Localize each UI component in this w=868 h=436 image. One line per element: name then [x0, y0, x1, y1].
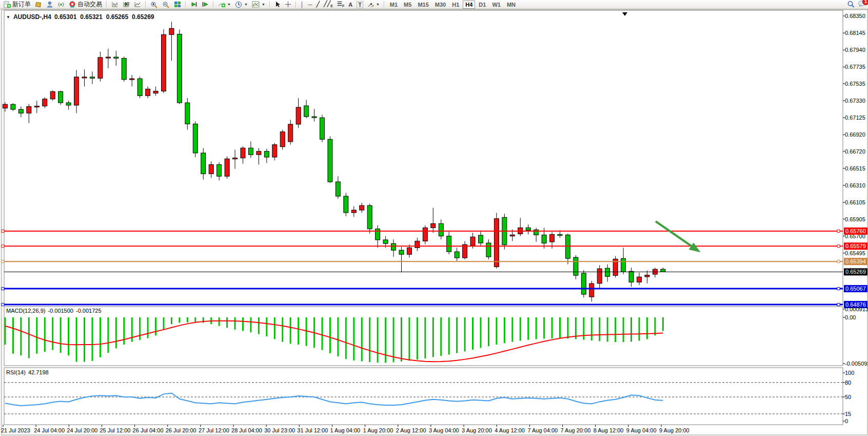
- candle-body: [280, 132, 285, 147]
- candle-body: [153, 91, 158, 93]
- candle-body: [550, 234, 555, 242]
- new-order-button[interactable]: 新订单: [2, 1, 32, 9]
- autotrading-button[interactable]: 自动交易: [67, 1, 104, 9]
- candle-body: [98, 58, 103, 78]
- rsi-panel[interactable]: [4, 368, 843, 425]
- candle-body: [130, 79, 134, 80]
- tab-timeframe-m1[interactable]: M1: [387, 1, 400, 9]
- line-handle[interactable]: [2, 260, 4, 263]
- chart-shift-button[interactable]: [200, 1, 210, 9]
- candle-body: [447, 236, 451, 252]
- channel-tool-button[interactable]: ╱╱E: [322, 1, 334, 9]
- svg-text:0.66515: 0.66515: [845, 165, 865, 172]
- trendline-tool-button[interactable]: ╱: [314, 1, 321, 9]
- line-handle[interactable]: [2, 230, 4, 232]
- search-icon[interactable]: [847, 1, 855, 8]
- candle-body: [3, 104, 8, 108]
- svg-text:50: 50: [845, 394, 851, 400]
- toolbar-separator: [269, 1, 270, 8]
- candle-body: [344, 196, 348, 213]
- crosshair-tool-button[interactable]: [283, 1, 293, 9]
- candlestick-chart-button[interactable]: [121, 1, 131, 9]
- zoom-out-button[interactable]: [161, 1, 171, 9]
- price-axis[interactable]: 0.683500.681450.679400.677350.675350.673…: [843, 13, 865, 256]
- tab-timeframe-h4[interactable]: H4: [463, 1, 475, 9]
- candle-body: [391, 243, 396, 250]
- horizontal-line-icon: ─: [308, 2, 312, 8]
- candle-body: [486, 243, 491, 257]
- arrow-objects-icon: [367, 2, 374, 8]
- fibonacci-tool-button[interactable]: ☰F: [336, 1, 346, 9]
- toolbar-separator: [213, 1, 214, 8]
- tab-timeframe-w1[interactable]: W1: [489, 1, 503, 9]
- cursor-tool-button[interactable]: [273, 1, 282, 9]
- svg-text:0.65067: 0.65067: [845, 286, 866, 292]
- tab-timeframe-mn[interactable]: MN: [504, 1, 518, 9]
- tab-timeframe-d1[interactable]: D1: [476, 1, 488, 9]
- line-handle[interactable]: [2, 303, 4, 306]
- bar-chart-button[interactable]: [110, 1, 120, 9]
- macd-signal-value: -0.001725: [76, 308, 102, 314]
- svg-text:0.65495: 0.65495: [845, 250, 865, 256]
- tile-windows-button[interactable]: [172, 1, 183, 9]
- tab-timeframe-m30[interactable]: M30: [432, 1, 448, 9]
- candle-body: [542, 235, 546, 243]
- zoom-in-button[interactable]: [149, 1, 160, 9]
- signals-button[interactable]: [56, 1, 66, 9]
- svg-text:0.65269: 0.65269: [845, 269, 866, 275]
- chevron-down-icon[interactable]: ▼: [6, 15, 10, 20]
- market-watch-button[interactable]: [33, 1, 44, 9]
- arrows-tool-button[interactable]: ▼: [366, 1, 381, 9]
- svg-text:0.68145: 0.68145: [845, 30, 865, 36]
- svg-text:26 Jul 20:00: 26 Jul 20:00: [166, 427, 196, 433]
- indicators-button[interactable]: ▼: [216, 1, 232, 9]
- svg-text:0: 0: [845, 418, 848, 424]
- candle-body: [90, 77, 94, 78]
- horizontal-line-tool-button[interactable]: ─: [307, 1, 314, 9]
- svg-text:8 Aug 12:00: 8 Aug 12:00: [594, 427, 624, 433]
- text-tool-button[interactable]: A: [347, 1, 354, 9]
- open-value: 0.65301: [54, 13, 76, 21]
- candle-body: [605, 268, 610, 276]
- toolbar-separator: [384, 1, 385, 8]
- profile-icon: [46, 1, 53, 8]
- svg-text:24 Jul 20:00: 24 Jul 20:00: [67, 427, 97, 433]
- notification-badge: 1: [862, 0, 868, 5]
- periods-button[interactable]: ▼: [233, 1, 249, 9]
- svg-text:0.65760: 0.65760: [845, 228, 866, 234]
- main-chart-panel[interactable]: [4, 10, 843, 305]
- candle-body: [661, 269, 665, 272]
- tab-timeframe-h1[interactable]: H1: [449, 1, 462, 9]
- svg-text:9 Aug 04:00: 9 Aug 04:00: [626, 427, 657, 433]
- accounts-button[interactable]: [45, 1, 55, 9]
- candle-body: [558, 234, 562, 235]
- templates-button[interactable]: ▼: [250, 1, 267, 9]
- candle-body: [589, 283, 594, 297]
- line-handle[interactable]: [837, 288, 840, 290]
- line-chart-button[interactable]: [132, 1, 143, 9]
- candle-body: [34, 106, 39, 107]
- auto-scroll-button[interactable]: [189, 1, 199, 9]
- tab-timeframe-m5[interactable]: M5: [401, 1, 414, 9]
- text-label-tool-button[interactable]: T: [355, 1, 365, 9]
- line-handle[interactable]: [2, 288, 4, 290]
- tab-timeframe-m15[interactable]: M15: [415, 1, 431, 9]
- svg-text:27 Jul 12:00: 27 Jul 12:00: [199, 427, 229, 433]
- macd-panel[interactable]: [4, 307, 843, 366]
- line-handle[interactable]: [837, 230, 840, 232]
- svg-text:25 Jul 12:00: 25 Jul 12:00: [100, 427, 130, 433]
- svg-text:3 Aug 04:00: 3 Aug 04:00: [429, 427, 459, 433]
- chat-button[interactable]: 1: [858, 0, 866, 9]
- indicators-icon: [218, 1, 225, 8]
- vertical-line-tool-button[interactable]: │: [299, 1, 306, 9]
- chevron-down-icon: ▼: [227, 3, 231, 6]
- svg-text:0.000913: 0.000913: [845, 306, 868, 312]
- line-handle[interactable]: [837, 303, 840, 306]
- line-handle[interactable]: [2, 245, 4, 248]
- chart-title: ▼ AUDUSD-,H4 0.65301 0.65321 0.65265 0.6…: [6, 13, 154, 21]
- svg-text:80: 80: [845, 380, 851, 386]
- line-handle[interactable]: [837, 245, 840, 248]
- line-handle[interactable]: [837, 260, 840, 263]
- candle-body: [328, 139, 332, 182]
- chart-canvas[interactable]: 0.683500.681450.679400.677350.675350.673…: [0, 0, 868, 436]
